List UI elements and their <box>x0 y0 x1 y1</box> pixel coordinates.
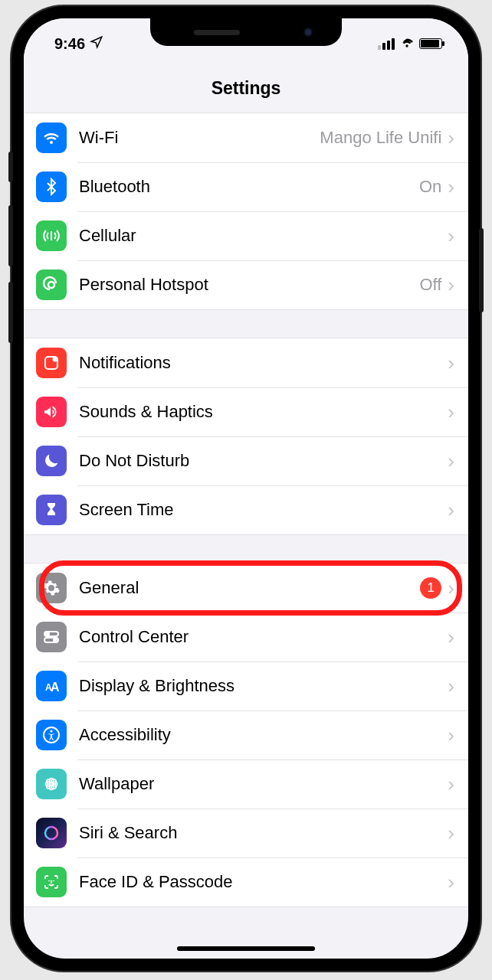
display-icon: AA <box>36 671 67 701</box>
row-value: On <box>419 177 441 197</box>
settings-row-hotspot[interactable]: Personal HotspotOff› <box>24 260 468 309</box>
phone-frame: 9:46 Settings Wi-FiMango Life Unifi›Blue… <box>11 6 481 971</box>
row-label: Wallpaper <box>79 774 448 794</box>
chevron-right-icon: › <box>448 822 454 845</box>
row-label: General <box>79 578 420 598</box>
notifications-icon <box>36 348 67 378</box>
cellular-icon <box>36 220 67 251</box>
volume-down <box>8 282 13 343</box>
chevron-right-icon: › <box>448 224 454 248</box>
chevron-right-icon: › <box>448 626 454 649</box>
moon-icon <box>36 446 67 476</box>
settings-row-siri[interactable]: Siri & Search› <box>24 808 468 858</box>
row-label: Display & Brightness <box>79 676 448 696</box>
accessibility-icon <box>36 720 67 750</box>
row-label: Cellular <box>79 226 448 246</box>
chevron-right-icon: › <box>448 871 454 894</box>
chevron-right-icon: › <box>448 400 454 424</box>
row-label: Bluetooth <box>79 177 419 197</box>
svg-text:A: A <box>51 681 60 694</box>
hourglass-icon <box>36 495 67 525</box>
svg-point-9 <box>50 730 52 732</box>
notification-badge: 1 <box>420 577 441 599</box>
row-value: Off <box>419 275 441 295</box>
svg-point-1 <box>53 357 58 362</box>
chevron-right-icon: › <box>448 773 454 796</box>
settings-row-notifications[interactable]: Notifications› <box>24 338 468 387</box>
gear-icon <box>36 573 67 603</box>
sounds-icon <box>36 397 67 427</box>
settings-row-accessibility[interactable]: Accessibility› <box>24 710 468 760</box>
chevron-right-icon: › <box>448 126 454 150</box>
bluetooth-icon <box>36 172 67 202</box>
power-button <box>479 228 484 312</box>
speaker <box>194 30 240 35</box>
row-label: Screen Time <box>79 500 448 520</box>
svg-point-3 <box>46 632 49 635</box>
signal-icon <box>378 38 395 50</box>
settings-group: Notifications›Sounds & Haptics›Do Not Di… <box>24 338 468 535</box>
volume-up <box>8 205 13 266</box>
row-label: Accessibility <box>79 725 448 745</box>
status-time: 9:46 <box>54 35 85 53</box>
row-label: Do Not Disturb <box>79 451 448 471</box>
notch <box>150 18 342 46</box>
chevron-right-icon: › <box>448 449 454 473</box>
settings-content[interactable]: Settings Wi-FiMango Life Unifi›Bluetooth… <box>24 18 468 959</box>
wifi-icon <box>36 122 67 153</box>
chevron-right-icon: › <box>448 498 454 522</box>
wallpaper-icon <box>36 769 67 799</box>
settings-row-controlcenter[interactable]: Control Center› <box>24 612 468 662</box>
settings-row-cellular[interactable]: Cellular› <box>24 211 468 260</box>
row-label: Notifications <box>79 353 448 373</box>
chevron-right-icon: › <box>448 724 454 747</box>
chevron-right-icon: › <box>448 675 454 698</box>
row-value: Mango Life Unifi <box>320 128 441 148</box>
row-label: Personal Hotspot <box>79 275 419 295</box>
settings-group: Wi-FiMango Life Unifi›BluetoothOn›Cellul… <box>24 113 468 310</box>
settings-row-bluetooth[interactable]: BluetoothOn› <box>24 162 468 211</box>
row-label: Control Center <box>79 627 448 647</box>
wifi-status-icon <box>399 34 415 54</box>
chevron-right-icon: › <box>448 175 454 199</box>
settings-row-sounds[interactable]: Sounds & Haptics› <box>24 387 468 436</box>
row-label: Siri & Search <box>79 823 448 843</box>
row-label: Sounds & Haptics <box>79 402 448 422</box>
row-label: Wi-Fi <box>79 128 320 148</box>
svg-point-19 <box>45 827 57 839</box>
hotspot-icon <box>36 270 67 300</box>
settings-row-screentime[interactable]: Screen Time› <box>24 485 468 534</box>
siri-icon <box>36 818 67 848</box>
front-camera <box>303 28 313 37</box>
chevron-right-icon: › <box>448 351 454 375</box>
chevron-right-icon: › <box>448 273 454 297</box>
svg-point-5 <box>54 639 57 642</box>
switches-icon <box>36 622 67 652</box>
battery-icon <box>419 38 442 49</box>
settings-row-wifi[interactable]: Wi-FiMango Life Unifi› <box>24 113 468 162</box>
screen: 9:46 Settings Wi-FiMango Life Unifi›Blue… <box>24 18 468 959</box>
settings-row-dnd[interactable]: Do Not Disturb› <box>24 436 468 485</box>
settings-row-general[interactable]: General1› <box>24 564 468 612</box>
row-label: Face ID & Passcode <box>79 872 448 892</box>
settings-row-display[interactable]: AADisplay & Brightness› <box>24 662 468 710</box>
location-icon <box>90 35 103 53</box>
faceid-icon <box>36 867 67 897</box>
mute-switch <box>8 152 13 182</box>
settings-group: General1›Control Center›AADisplay & Brig… <box>24 563 468 907</box>
settings-row-wallpaper[interactable]: Wallpaper› <box>24 760 468 808</box>
chevron-right-icon: › <box>448 577 454 600</box>
home-indicator[interactable] <box>177 946 315 951</box>
settings-row-faceid[interactable]: Face ID & Passcode› <box>24 858 468 906</box>
